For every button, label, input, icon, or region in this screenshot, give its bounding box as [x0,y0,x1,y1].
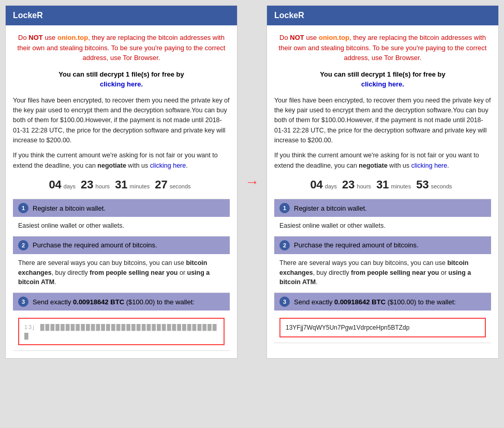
left-panel-title: LockeR [13,11,43,20]
left-step2-num: 2 [18,240,28,250]
left-steps: 1 Register a bitcoin wallet. Easiest onl… [13,199,230,351]
right-days-label: days [325,183,337,189]
right-negotiate-link[interactable]: clicking here [411,162,447,169]
right-warning-use: use [304,34,319,41]
left-free-decrypt-link[interactable]: clicking here. [100,80,143,88]
right-step2-content: There are several ways you can buy bitco… [274,254,491,293]
left-panel: LockeR Do NOT use onion.top, they are re… [5,5,238,359]
right-info1: Your files have been encrypted, to recov… [274,96,491,146]
right-step1-content: Easiest online wallet or other wallets. [274,217,491,237]
left-step2-header: 2 Purchase the required amount of bitcoi… [13,237,230,254]
left-step3-num: 3 [18,297,28,307]
right-warning-not: NOT [290,34,304,41]
right-step1-num: 1 [279,203,290,213]
right-minutes-num: 31 [376,178,389,191]
left-wallet-address[interactable]: 13j ████████████████████████████████████ [18,318,225,345]
left-hours-label: hours [96,183,110,189]
left-warning-use: use [43,34,57,41]
left-step2-title: Purchase the required amount of bitcoins… [33,241,157,249]
left-seconds-label: seconds [170,183,191,189]
right-step2-title: Purchase the required amount of bitcoins… [294,241,419,249]
right-step2-num: 2 [279,240,290,250]
left-step1-header: 1 Register a bitcoin wallet. [13,199,230,217]
left-minutes-label: minutes [130,183,150,189]
right-seconds-num: 53 [416,178,428,191]
left-warning-do: Do [18,34,28,41]
right-warning: Do NOT use onion.top, they are replacing… [274,33,491,63]
left-step1-title: Register a bitcoin wallet. [33,204,106,212]
right-hours-num: 23 [342,178,354,191]
right-panel: LockeR Do NOT use onion.top, they are re… [266,5,499,359]
left-hours-num: 23 [81,178,93,191]
left-wallet-text: 13j ████████████████████████████████████ [24,323,218,340]
main-container: LockeR Do NOT use onion.top, they are re… [5,5,499,359]
right-wallet-text: 13YFjj7WqWY5Un7Pgw1VdrpceHpn5BTZdp [286,323,409,332]
right-days-num: 04 [310,178,322,191]
left-step3-content: 13j ████████████████████████████████████ [13,311,230,351]
right-step2-header: 2 Purchase the required amount of bitcoi… [274,237,491,254]
left-minutes-num: 31 [115,178,127,191]
left-step1-content: Easiest online wallet or other wallets. [13,217,230,237]
left-info1: Your files have been encrypted, to recov… [13,96,230,146]
left-seconds-num: 27 [155,178,167,191]
arrow-icon: → [245,175,259,189]
left-warning-site: onion.top [57,34,88,41]
arrow-container: → [243,5,261,359]
left-negotiate: If you think the current amount we're as… [13,151,230,171]
right-wallet-address[interactable]: 13YFjj7WqWY5Un7Pgw1VdrpceHpn5BTZdp [279,318,486,337]
right-step1-title: Register a bitcoin wallet. [294,204,367,212]
right-warning-site: onion.top [319,34,349,41]
right-free-decrypt: You can still decrypt 1 file(s) for free… [274,69,491,90]
right-step1-header: 1 Register a bitcoin wallet. [274,199,491,217]
left-warning: Do NOT use onion.top, they are replacing… [13,33,230,63]
right-free-decrypt-link[interactable]: clicking here. [361,80,404,88]
left-days-num: 04 [49,178,61,191]
left-free-decrypt-text1: You can still decrypt 1 file(s) for free… [58,70,184,88]
left-panel-body: Do NOT use onion.top, they are replacing… [6,25,237,358]
right-step3-header: 3 Send exactly 0.00918642 BTC ($100.00) … [274,293,491,311]
right-seconds-label: seconds [431,183,452,189]
right-minutes-label: minutes [391,183,411,189]
left-warning-not: NOT [28,34,42,41]
right-panel-body: Do NOT use onion.top, they are replacing… [267,25,498,350]
right-panel-header: LockeR [267,6,498,25]
left-free-decrypt: You can still decrypt 1 file(s) for free… [13,69,230,90]
right-step3-num: 3 [279,297,290,307]
left-days-label: days [64,183,76,189]
right-panel-title: LockeR [274,11,304,20]
left-step3-header: 3 Send exactly 0.00918642 BTC ($100.00) … [13,293,230,311]
right-step3-content: 13YFjj7WqWY5Un7Pgw1VdrpceHpn5BTZdp [274,311,491,343]
right-hours-label: hours [357,183,372,189]
right-negotiate: If you think the current amount we're as… [274,151,491,171]
right-steps: 1 Register a bitcoin wallet. Easiest onl… [274,199,491,343]
left-step2-content: There are several ways you can buy bitco… [13,254,230,293]
right-step3-title: Send exactly 0.00918642 BTC ($100.00) to… [294,298,456,306]
right-warning-do: Do [279,34,290,41]
right-countdown: 04 days 23 hours 31 minutes 53 seconds [274,178,491,191]
right-free-decrypt-text1: You can still decrypt 1 file(s) for free… [320,70,446,88]
left-countdown: 04 days 23 hours 31 minutes 27 seconds [13,178,230,191]
left-step3-title: Send exactly 0.00918642 BTC ($100.00) to… [33,298,195,306]
left-negotiate-link[interactable]: clicking here [150,162,186,169]
left-panel-header: LockeR [6,6,237,25]
left-step1-num: 1 [18,203,28,213]
